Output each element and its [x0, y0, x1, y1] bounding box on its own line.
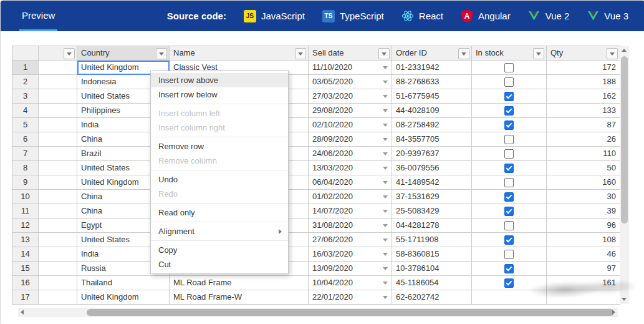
in-stock-checkbox[interactable]: [504, 77, 514, 87]
cell-country[interactable]: Thailand: [77, 276, 170, 290]
column-menu-button[interactable]: [64, 48, 75, 59]
cell-sell-date[interactable]: 01/02/2020: [309, 190, 392, 204]
cell-order-id[interactable]: 08-2758492: [392, 118, 472, 132]
cell-in-stock[interactable]: [472, 175, 547, 190]
cell-name[interactable]: ML Road Frame: [170, 276, 309, 290]
cell-order-id[interactable]: 44-4028109: [392, 104, 472, 118]
cell-sell-date[interactable]: 28/09/2020: [309, 132, 392, 147]
row-header[interactable]: 9: [12, 175, 39, 190]
dropdown-arrow-icon[interactable]: [383, 267, 388, 270]
column-menu-button[interactable]: [295, 48, 306, 59]
cell-in-stock[interactable]: [472, 104, 547, 118]
in-stock-checkbox[interactable]: [504, 250, 514, 259]
cell-in-stock[interactable]: [472, 290, 547, 305]
cell-in-stock[interactable]: [472, 147, 547, 161]
cell-extra[interactable]: [39, 89, 77, 104]
cell-sell-date[interactable]: 13/09/2020: [309, 262, 392, 276]
in-stock-checkbox[interactable]: [504, 235, 514, 245]
cell-sell-date[interactable]: 11/10/2020: [309, 61, 392, 75]
cell-in-stock[interactable]: [472, 247, 547, 262]
cell-qty[interactable]: 39: [547, 204, 620, 218]
in-stock-checkbox[interactable]: [504, 120, 514, 130]
cell-extra[interactable]: [39, 233, 77, 247]
scroll-left-arrow-icon[interactable]: [21, 310, 24, 315]
cell-order-id[interactable]: 01-2331942: [392, 61, 472, 75]
row-header[interactable]: 5: [12, 118, 39, 132]
cell-extra[interactable]: [39, 161, 77, 175]
menu-item-insert-row-above[interactable]: Insert row above: [151, 73, 288, 87]
cell-order-id[interactable]: 04-4281278: [392, 218, 472, 233]
cell-qty[interactable]: 96: [547, 218, 620, 233]
column-menu-button[interactable]: [156, 48, 167, 59]
cell-extra[interactable]: [39, 147, 77, 161]
menu-item-cut[interactable]: Cut: [151, 257, 288, 272]
source-link-typescript[interactable]: TSTypeScript: [322, 10, 384, 22]
cell-extra[interactable]: [39, 190, 77, 204]
cell-sell-date[interactable]: 29/08/2020: [309, 104, 392, 118]
in-stock-checkbox[interactable]: [504, 264, 514, 273]
dropdown-arrow-icon[interactable]: [383, 109, 388, 112]
dropdown-arrow-icon[interactable]: [383, 138, 388, 141]
cell-extra[interactable]: [39, 247, 77, 262]
cell-name[interactable]: ML Road Frame-W: [170, 290, 309, 305]
cell-extra[interactable]: [39, 132, 77, 147]
cell-sell-date[interactable]: 27/06/2020: [309, 233, 392, 247]
cell-qty[interactable]: 188: [547, 75, 620, 89]
cell-in-stock[interactable]: [472, 132, 547, 147]
dropdown-arrow-icon[interactable]: [383, 195, 388, 199]
tab-preview[interactable]: Preview: [19, 1, 57, 31]
dropdown-arrow-icon[interactable]: [383, 95, 388, 98]
dropdown-arrow-icon[interactable]: [383, 167, 388, 170]
cell-qty[interactable]: 162: [547, 89, 620, 104]
cell-order-id[interactable]: 10-3786104: [392, 262, 472, 276]
dropdown-arrow-icon[interactable]: [383, 282, 388, 285]
dropdown-arrow-icon[interactable]: [383, 152, 388, 155]
in-stock-checkbox[interactable]: [504, 164, 514, 173]
cell-sell-date[interactable]: 13/03/2020: [309, 161, 392, 175]
row-header[interactable]: 7: [12, 147, 39, 161]
cell-qty[interactable]: 46: [547, 247, 620, 262]
cell-qty[interactable]: 26: [547, 132, 620, 147]
horizontal-scroll-thumb[interactable]: [87, 309, 614, 316]
cell-order-id[interactable]: 20-9397637: [392, 147, 472, 161]
cell-order-id[interactable]: 55-1711908: [392, 233, 472, 247]
cell-qty[interactable]: 97: [547, 262, 620, 276]
cell-sell-date[interactable]: 16/03/2020: [309, 247, 392, 262]
cell-order-id[interactable]: 62-6202742: [392, 290, 472, 305]
col-header-name[interactable]: Name: [170, 46, 309, 61]
col-header-sell-date[interactable]: Sell date: [309, 46, 392, 61]
col-header-in-stock[interactable]: In stock: [472, 46, 547, 61]
scroll-right-arrow-icon[interactable]: [612, 310, 615, 315]
cell-extra[interactable]: [39, 175, 77, 190]
in-stock-checkbox[interactable]: [504, 207, 514, 216]
cell-extra[interactable]: [39, 61, 77, 75]
column-menu-button[interactable]: [607, 48, 618, 59]
cell-in-stock[interactable]: [472, 204, 547, 218]
row-header[interactable]: 12: [12, 218, 39, 233]
row-header[interactable]: 13: [12, 233, 39, 247]
source-link-vue-2[interactable]: Vue 2: [528, 10, 570, 22]
cell-in-stock[interactable]: [472, 276, 547, 290]
dropdown-arrow-icon[interactable]: [383, 81, 388, 84]
cell-sell-date[interactable]: 03/05/2020: [309, 75, 392, 89]
menu-item-undo[interactable]: Undo: [151, 172, 288, 187]
cell-sell-date[interactable]: 02/10/2020: [309, 118, 392, 132]
cell-order-id[interactable]: 88-2768633: [392, 75, 472, 89]
cell-in-stock[interactable]: [472, 61, 547, 75]
vertical-scrollbar[interactable]: [620, 46, 629, 304]
dropdown-arrow-icon[interactable]: [383, 66, 388, 69]
cell-order-id[interactable]: 36-0079556: [392, 161, 472, 175]
dropdown-arrow-icon[interactable]: [383, 253, 388, 256]
cell-qty[interactable]: 160: [547, 175, 620, 190]
row-header[interactable]: 11: [12, 204, 39, 218]
row-header[interactable]: 6: [12, 132, 39, 147]
cell-order-id[interactable]: 45-1186054: [392, 276, 472, 290]
row-header[interactable]: 16: [12, 276, 39, 290]
col-header-country[interactable]: Country: [77, 46, 170, 61]
source-link-vue-3[interactable]: Vue 3: [587, 10, 628, 22]
cell-sell-date[interactable]: 27/03/2020: [309, 89, 392, 104]
cell-qty[interactable]: 161: [547, 276, 620, 290]
cell-in-stock[interactable]: [472, 75, 547, 89]
cell-in-stock[interactable]: [472, 218, 547, 233]
cell-sell-date[interactable]: 31/08/2020: [309, 218, 392, 233]
